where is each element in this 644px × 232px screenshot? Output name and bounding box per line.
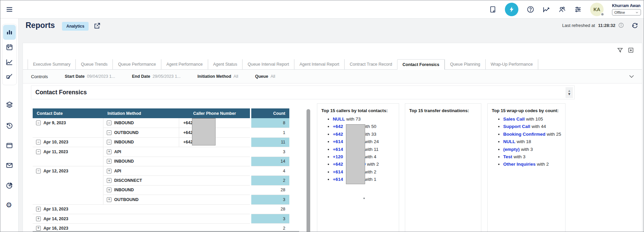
info-icon[interactable] (618, 23, 624, 28)
wrapup-link[interactable]: Booking Confirmed (503, 132, 545, 137)
wrapup-link[interactable]: Support Call (503, 124, 530, 129)
wrapup-link[interactable]: Sales Call (503, 117, 525, 122)
table-row: +Apr 14, 2023 (33, 214, 250, 223)
expand-toggle-icon[interactable]: − (36, 121, 41, 125)
tab-queue-planning[interactable]: Queue Planning (445, 59, 485, 69)
expand-toggle-icon[interactable]: − (36, 150, 41, 154)
stepper-down-icon[interactable]: ▼ (568, 93, 570, 96)
expand-toggle-icon[interactable]: + (36, 226, 41, 231)
caller-link[interactable]: +614 (333, 169, 343, 174)
sidebar-item-mail[interactable] (6, 162, 13, 169)
expand-toggle-icon[interactable]: − (36, 169, 41, 173)
status-select[interactable]: Offline (612, 9, 641, 15)
filter-start-date[interactable]: Start Date 09/04/2023 1... (65, 74, 115, 79)
filter-queue[interactable]: Queue All (255, 74, 275, 79)
expand-toggle-icon[interactable]: + (107, 159, 111, 164)
report-card: Executive Summary Queue Trends Queue Per… (23, 43, 642, 232)
help-icon[interactable] (527, 6, 534, 13)
download-icon[interactable] (628, 47, 634, 53)
col-count[interactable]: Count (251, 108, 289, 118)
contact-date: Apr 16, 2023 (43, 226, 68, 231)
count-cell: 2 (251, 175, 289, 185)
tab-agent-status[interactable]: Agent Status (208, 59, 243, 69)
expand-toggle-icon[interactable]: − (36, 140, 41, 144)
tab-wrap-up-performance[interactable]: Wrap-Up Performance (485, 59, 538, 69)
count-cell: 3 (251, 147, 289, 156)
caller-link[interactable]: +614 (333, 177, 343, 182)
forensics-table: Contact Date Initiation Method Caller Ph… (33, 108, 250, 232)
tab-queue-performance[interactable]: Queue Performance (112, 59, 161, 69)
caller-link[interactable]: +642 (333, 162, 343, 167)
wrapup-link[interactable]: (empty) (503, 147, 520, 152)
note-icon[interactable] (489, 6, 496, 13)
sidebar-item-settings[interactable]: ⚙ (6, 201, 13, 209)
caller-link[interactable]: +614 (333, 147, 343, 152)
filter-icon[interactable] (617, 47, 623, 53)
table-row: +INBOUND (33, 185, 250, 195)
expand-toggle-icon[interactable]: − (107, 121, 111, 125)
report-title: Contact Forensics (35, 89, 87, 96)
stepper-up-icon[interactable]: ▲ (568, 90, 570, 92)
caller-phone (179, 166, 250, 175)
window-icon (6, 142, 13, 149)
caller-phone (179, 214, 250, 223)
col-initiation-method[interactable]: Initiation Method (103, 111, 179, 116)
sidebar-item-design[interactable] (3, 69, 16, 84)
list-item: Sales Callwith 105 (503, 115, 565, 123)
external-link-icon[interactable] (94, 22, 101, 29)
sidebar-item-layers[interactable] (6, 101, 13, 108)
pie-chart-icon (6, 182, 13, 189)
expand-toggle-icon[interactable]: + (107, 169, 111, 173)
tab-agent-performance[interactable]: Agent Performance (161, 59, 208, 69)
sidebar-item-pie[interactable] (6, 182, 13, 189)
design-brush-icon (6, 73, 13, 80)
lightning-bolt-icon[interactable] (505, 3, 518, 16)
filter-end-date[interactable]: End Date 29/05/2023 1... (132, 74, 181, 79)
sidebar-item-bar-chart[interactable] (3, 25, 16, 40)
caller-link[interactable]: +642 (333, 124, 343, 129)
col-caller-phone[interactable]: Caller Phone Number (179, 111, 250, 116)
stepper-control: ▲ ▼ (566, 87, 573, 98)
contact-date: Apr 11, 2023 (43, 150, 68, 154)
col-contact-date[interactable]: Contact Date (33, 111, 103, 116)
expand-toggle-icon[interactable]: − (107, 140, 111, 144)
sidebar-item-history[interactable] (6, 122, 13, 129)
tab-executive-summary[interactable]: Executive Summary (28, 59, 75, 69)
expand-toggle-icon[interactable]: + (107, 188, 111, 192)
caller-link[interactable]: +642 (333, 132, 343, 137)
sidebar-item-calendar[interactable] (3, 40, 16, 55)
expand-toggle-icon[interactable]: + (107, 178, 111, 183)
expand-toggle-icon[interactable]: + (36, 217, 41, 221)
wrapup-link[interactable]: Other Inquiries (503, 162, 536, 167)
sidebar-item-window[interactable] (6, 142, 13, 149)
tab-queue-interval-report[interactable]: Queue Interval Report (242, 59, 294, 69)
tab-contact-forensics[interactable]: Contact Forensics (397, 59, 445, 70)
wrapup-link[interactable]: Test (503, 154, 512, 159)
vertical-scrollbar[interactable] (307, 109, 310, 232)
expand-toggle-icon[interactable]: + (107, 150, 111, 154)
users-icon[interactable] (558, 6, 566, 13)
analytics-badge[interactable]: Analytics (62, 22, 89, 31)
caller-link[interactable]: +614 (333, 139, 343, 144)
panel-title: Top 15 callers by total contacts: (317, 104, 399, 114)
filter-initiation-method[interactable]: Initiation Method All (197, 74, 238, 79)
sliders-icon[interactable] (574, 6, 582, 13)
hamburger-menu-icon[interactable] (6, 6, 13, 13)
tab-queue-trends[interactable]: Queue Trends (75, 59, 112, 69)
expand-toggle-icon[interactable]: + (36, 207, 41, 211)
expand-toggle-icon[interactable]: + (107, 197, 111, 202)
tab-agent-interval-report[interactable]: Agent Interval Report (294, 59, 344, 69)
history-icon (6, 122, 13, 129)
metrics-chart-icon[interactable] (543, 6, 550, 13)
avatar[interactable]: KA (590, 3, 604, 16)
caller-link[interactable]: +120 (333, 154, 343, 159)
sidebar-item-line-chart[interactable] (3, 55, 16, 69)
caller-link[interactable]: NULL (333, 117, 345, 122)
controls-collapse-chevron-icon[interactable] (629, 73, 635, 79)
wrapup-link[interactable]: NULL (503, 139, 515, 144)
left-sidebar: ⚙ (0, 19, 19, 232)
count-cell: 28 (251, 185, 289, 195)
refresh-icon[interactable] (632, 22, 638, 29)
tab-contract-trace-record[interactable]: Contract Trace Record (344, 59, 397, 69)
expand-toggle-icon[interactable]: − (107, 130, 111, 135)
